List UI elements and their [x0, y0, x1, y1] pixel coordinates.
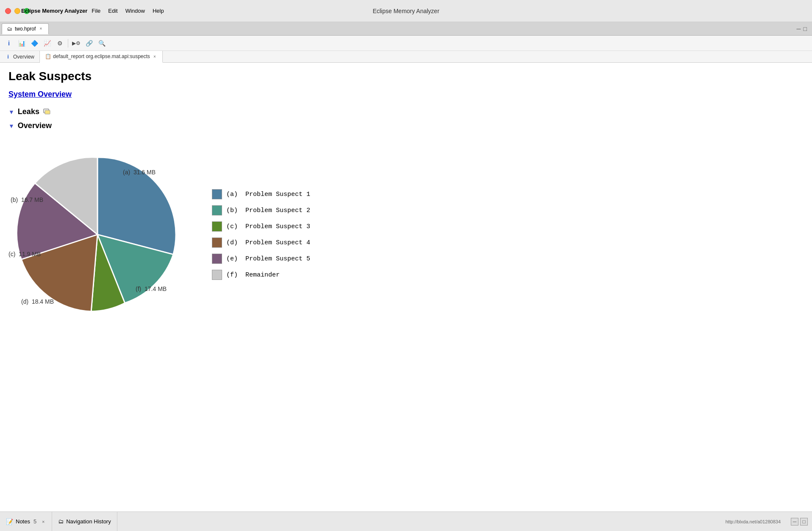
hierarchy-button[interactable]: 🔷	[29, 38, 40, 49]
search-button[interactable]: 🔍	[96, 38, 107, 49]
main-content: Leak Suspects System Overview ▼ Leaks ▼ …	[0, 63, 812, 511]
legend-key-f: (f) Remainder	[226, 271, 280, 279]
toolbar: i 📊 🔷 📈 ⚙ ▶⚙ 🔗 🔍	[0, 36, 812, 51]
legend-item-b: (b) Problem Suspect 2	[212, 205, 310, 215]
notes-icon: 📝	[6, 518, 13, 525]
analysis-button[interactable]: 📈	[42, 38, 53, 49]
info-button[interactable]: i	[3, 38, 14, 49]
file-tab-label: two.hprof	[15, 26, 36, 32]
tab-suspects[interactable]: 📋 default_report org.eclipse.mat.api:sus…	[40, 51, 163, 63]
file-tab-icon: 🗂	[7, 26, 12, 32]
pie-chart: (a) 31.6 MB (b) 16.7 MB (c) 11.9 MB (d) …	[8, 145, 186, 324]
settings-button[interactable]: ⚙	[54, 38, 65, 49]
maximize-icon[interactable]: □	[804, 25, 807, 32]
legend-key-b: (b) Problem Suspect 2	[226, 207, 310, 214]
minimize-bottom[interactable]: ─	[791, 518, 798, 525]
tab-overview[interactable]: i Overview	[0, 51, 40, 62]
legend-key-a: (a) Problem Suspect 1	[226, 191, 310, 198]
legend-key-d: (d) Problem Suspect 4	[226, 239, 310, 246]
bar-chart-icon: 📊	[18, 40, 25, 47]
file-tab-bar: 🗂 two.hprof × ─ □	[0, 22, 812, 36]
pie-label-f: (f) 17.4 MB	[136, 285, 167, 292]
title-bar: Eclipse Memory Analyzer File Edit Window…	[0, 0, 812, 22]
info-icon: i	[8, 39, 10, 47]
legend-item-c: (c) Problem Suspect 3	[212, 221, 310, 232]
window-controls-bottom: ─ □	[787, 512, 812, 531]
pie-label-d: (d) 18.4 MB	[21, 298, 54, 305]
legend-color-c	[212, 221, 222, 232]
leaks-collapse-arrow[interactable]: ▼	[8, 109, 14, 115]
overview-subsection-header: ▼ Overview	[8, 121, 804, 130]
leaks-section-header: ▼ Leaks	[8, 107, 804, 116]
legend-color-b	[212, 205, 222, 215]
gear-icon: ⚙	[57, 40, 63, 47]
legend-color-f	[212, 270, 222, 280]
menu-edit[interactable]: Edit	[105, 7, 121, 15]
legend-key-e: (e) Problem Suspect 5	[226, 255, 310, 263]
legend-item-f: (f) Remainder	[212, 270, 310, 280]
close-button[interactable]	[5, 8, 11, 14]
run-icon: ▶⚙	[72, 40, 81, 46]
file-tab-close[interactable]: ×	[38, 26, 43, 31]
overview-section-title: Overview	[18, 121, 52, 130]
notes-label: Notes	[16, 518, 30, 525]
external-button[interactable]: 🔗	[83, 38, 95, 49]
chart-legend: (a) Problem Suspect 1 (b) Problem Suspec…	[212, 189, 310, 280]
maximize-bottom[interactable]: □	[800, 518, 808, 525]
legend-color-a	[212, 189, 222, 199]
minimize-button[interactable]	[14, 8, 20, 14]
legend-item-a: (a) Problem Suspect 1	[212, 189, 310, 199]
suspects-tab-close[interactable]: ×	[152, 54, 157, 59]
pie-label-b: (b) 16.7 MB	[11, 196, 43, 203]
notes-tab[interactable]: 📝 Notes 5 ×	[0, 512, 52, 531]
analysis-icon: 📈	[44, 40, 51, 47]
nav-history-icon: 🗂	[58, 518, 64, 525]
pie-label-c: (c) 11.9 MB	[8, 251, 41, 257]
minimize-icon[interactable]: ─	[797, 25, 801, 32]
toolbar-separator	[68, 39, 68, 48]
legend-color-d	[212, 238, 222, 248]
window-title: Eclipse Memory Analyzer	[373, 8, 439, 14]
content-tab-bar: i Overview 📋 default_report org.eclipse.…	[0, 51, 812, 63]
overview-collapse-arrow[interactable]: ▼	[8, 123, 14, 129]
pie-svg	[8, 145, 186, 324]
status-bar: 📝 Notes 5 × 🗂 Navigation History http://…	[0, 511, 812, 531]
overview-tab-label: Overview	[13, 54, 34, 60]
nav-history-tab[interactable]: 🗂 Navigation History	[52, 512, 117, 531]
legend-key-c: (c) Problem Suspect 3	[226, 223, 310, 230]
system-overview-link[interactable]: System Overview	[8, 90, 804, 99]
menu-window[interactable]: Window	[122, 7, 148, 15]
chart-area: (a) 31.6 MB (b) 16.7 MB (c) 11.9 MB (d) …	[8, 137, 804, 332]
pie-label-a: (a) 31.6 MB	[123, 169, 156, 176]
app-name: Eclipse Memory Analyzer	[21, 8, 87, 14]
status-url: http://blxda.net/a01280834	[720, 512, 787, 531]
legend-item-e: (e) Problem Suspect 5	[212, 254, 310, 264]
file-tab-two-hprof[interactable]: 🗂 two.hprof ×	[2, 23, 49, 34]
menu-file[interactable]: File	[88, 7, 104, 15]
bar-chart-button[interactable]: 📊	[16, 38, 27, 49]
external-icon: 🔗	[86, 40, 93, 47]
menu-bar: Eclipse Memory Analyzer File Edit Window…	[21, 7, 167, 15]
suspects-tab-label: default_report org.eclipse.mat.api:suspe…	[53, 53, 150, 59]
search-icon: 🔍	[98, 40, 106, 47]
overview-tab-icon: i	[5, 54, 11, 60]
page-title: Leak Suspects	[8, 70, 804, 83]
notes-close[interactable]: ×	[41, 519, 46, 524]
leaks-section-icon	[43, 108, 52, 116]
suspects-tab-icon: 📋	[45, 53, 51, 59]
run-button[interactable]: ▶⚙	[71, 38, 82, 49]
legend-color-e	[212, 254, 222, 264]
hierarchy-icon: 🔷	[31, 40, 38, 47]
notes-count: 5	[33, 518, 36, 525]
svg-rect-1	[45, 110, 50, 114]
menu-help[interactable]: Help	[149, 7, 167, 15]
leaks-section-title: Leaks	[18, 107, 39, 116]
legend-item-d: (d) Problem Suspect 4	[212, 238, 310, 248]
nav-history-label: Navigation History	[66, 518, 111, 525]
